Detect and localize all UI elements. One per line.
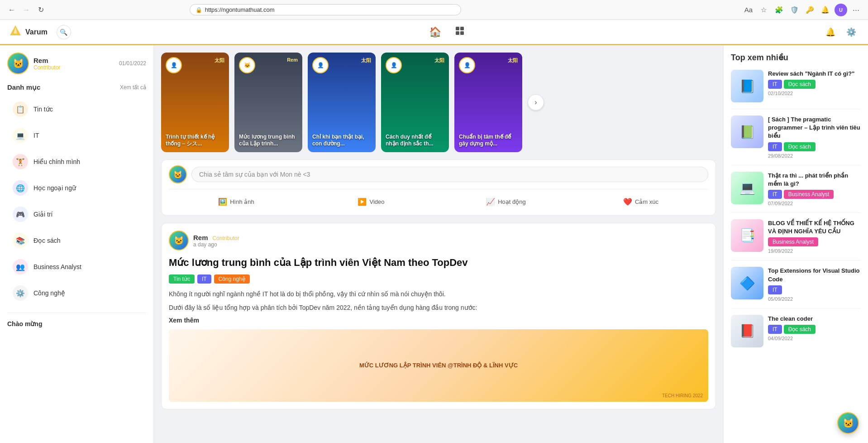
image-icon: 🖼️ bbox=[218, 197, 227, 206]
favorites-button[interactable]: ☆ bbox=[758, 4, 770, 16]
sidebar-section-title: Danh mục Xem tất cả bbox=[7, 83, 146, 91]
sidebar-item-hoc-ngoai-ngu[interactable]: 🌐 Học ngoại ngữ bbox=[7, 176, 146, 200]
sidebar-item-doc-sach[interactable]: 📚 Đọc sách bbox=[7, 228, 146, 253]
story-card-4[interactable]: 👤 太阳 Cách duy nhất để nhận định sắc th..… bbox=[381, 53, 449, 152]
story-title-4: Cách duy nhất để nhận định sắc th... bbox=[386, 134, 444, 148]
back-button[interactable]: ← bbox=[5, 4, 18, 16]
article-title-3[interactable]: Thật ra thì ... phát triển phần mềm là g… bbox=[768, 172, 861, 188]
article-info-4: BLOG VỀ THIẾT KẾ HỆ THỐNG VÀ ĐỊNH NGHĨA … bbox=[768, 219, 861, 254]
post-excerpt-2: Dưới đây là số liệu tổng hợp và phân tíc… bbox=[169, 303, 708, 313]
top-article-1: 📘 Review sách "Ngành IT có gì?" IT Đọc s… bbox=[731, 70, 861, 109]
address-bar[interactable]: 🔒 https://ngontumathuat.com bbox=[190, 4, 461, 15]
article-info-1: Review sách "Ngành IT có gì?" IT Đọc sác… bbox=[768, 70, 861, 102]
password-button[interactable]: 🔑 bbox=[804, 4, 816, 16]
grid-nav-icon[interactable] bbox=[455, 26, 465, 38]
article-tag-it-1[interactable]: IT bbox=[768, 80, 782, 89]
composer-activity-label: Hoạt động bbox=[498, 198, 526, 205]
sidebar-item-it[interactable]: 💻 IT bbox=[7, 123, 146, 148]
composer-video-action[interactable]: ▶️ Video bbox=[304, 194, 439, 210]
tag-cong-nghe[interactable]: Công nghệ bbox=[214, 274, 250, 284]
story-title-1: Trình tự thiết kế hệ thống – シス... bbox=[166, 134, 224, 148]
profile-avatar[interactable]: 🐱 bbox=[7, 53, 29, 74]
reader-mode-button[interactable]: Aa bbox=[742, 4, 755, 16]
emotion-icon: ❤️ bbox=[623, 197, 632, 206]
sidebar-profile-left: 🐱 Rem Contributor bbox=[7, 53, 60, 74]
story-card-2[interactable]: 🐱 Rem Mức lương trung bình của Lập trình… bbox=[234, 53, 302, 152]
article-tags-1: IT Đọc sách bbox=[768, 80, 861, 89]
article-title-5[interactable]: Top Extensions for Visual Studio Code bbox=[768, 267, 861, 283]
post-title: Mức lương trung bình của Lập trình viên … bbox=[169, 256, 708, 270]
composer-image-action[interactable]: 🖼️ Hình ảnh bbox=[169, 194, 304, 210]
see-all-link[interactable]: Xem tất cả bbox=[120, 84, 146, 91]
activity-icon: 📈 bbox=[486, 197, 495, 206]
adblock-button[interactable]: 🛡️ bbox=[788, 4, 801, 16]
sidebar-item-giai-tri-label: Giải trí bbox=[33, 211, 52, 218]
composer-input[interactable]: Chia sẻ tâm sự của bạn với Mon nè <3 bbox=[191, 167, 708, 182]
article-tag-ba-3[interactable]: Business Analyst bbox=[784, 190, 834, 199]
content-area: 👤 太阳 Trình tự thiết kế hệ thống – シス... … bbox=[154, 45, 723, 443]
post-time: a day ago bbox=[193, 241, 239, 248]
composer-actions: 🖼️ Hình ảnh ▶️ Video 📈 Hoạt động ❤️ Cảm … bbox=[169, 189, 708, 210]
sidebar-item-tin-tuc[interactable]: 📋 Tin tức bbox=[7, 97, 146, 121]
floating-action-button[interactable]: 🐱 bbox=[837, 412, 859, 434]
story-card-5[interactable]: 👤 太阳 Chuẩn bị tâm thế để gây dựng mộ... bbox=[454, 53, 522, 152]
sidebar-item-doc-sach-label: Đọc sách bbox=[33, 237, 61, 244]
article-thumb-6: 📕 bbox=[731, 315, 763, 347]
notifications-button[interactable]: 🔔 bbox=[823, 24, 838, 40]
story-card-1[interactable]: 👤 太阳 Trình tự thiết kế hệ thống – シス... bbox=[161, 53, 229, 152]
article-date-2: 29/08/2022 bbox=[768, 153, 861, 159]
post-image-preview[interactable]: MỨC LƯƠNG LẬP TRÌNH VIÊN @TRÌNH ĐỘ & LĨN… bbox=[169, 329, 708, 402]
search-button[interactable]: 🔍 bbox=[57, 25, 71, 39]
article-tags-5: IT bbox=[768, 285, 861, 294]
profile-avatar[interactable]: U bbox=[835, 4, 847, 16]
story-carousel: 👤 太阳 Trình tự thiết kế hệ thống – シス... … bbox=[161, 53, 716, 152]
profile-name: Rem bbox=[33, 57, 60, 64]
top-article-5: 🔷 Top Extensions for Visual Studio Code … bbox=[731, 267, 861, 308]
article-title-6[interactable]: The clean coder bbox=[768, 315, 861, 323]
article-tag-docsach-2[interactable]: Đọc sách bbox=[784, 142, 816, 151]
article-title-1[interactable]: Review sách "Ngành IT có gì?" bbox=[768, 70, 861, 78]
article-tag-it-5[interactable]: IT bbox=[768, 285, 782, 294]
extensions-button[interactable]: 🧩 bbox=[773, 4, 786, 16]
article-info-2: [ Sách ] The pragmatic programmer – Lập … bbox=[768, 116, 861, 159]
article-tag-docsach-6[interactable]: Đọc sách bbox=[784, 325, 816, 334]
sidebar-item-hoc-ngoai-ngu-label: Học ngoại ngữ bbox=[33, 184, 76, 192]
article-tag-it-3[interactable]: IT bbox=[768, 190, 782, 199]
read-more-link[interactable]: Xem thêm bbox=[169, 317, 708, 324]
sidebar-item-it-label: IT bbox=[33, 132, 39, 139]
sidebar-item-cong-nghe[interactable]: ⚙️ Công nghệ bbox=[7, 281, 146, 305]
refresh-button[interactable]: ↻ bbox=[34, 4, 47, 16]
tag-tin-tuc[interactable]: Tin tức bbox=[169, 274, 195, 284]
settings-button[interactable]: ⚙️ bbox=[844, 24, 859, 40]
sidebar-item-tin-tuc-label: Tin tức bbox=[33, 106, 53, 113]
post-composer: 🐱 Chia sẻ tâm sự của bạn với Mon nè <3 🖼… bbox=[161, 159, 716, 216]
post-author-line: Rem Contributor bbox=[193, 234, 239, 241]
business-analyst-icon: 👥 bbox=[13, 259, 28, 274]
post-author-name: Rem bbox=[193, 234, 208, 241]
article-tag-it-2[interactable]: IT bbox=[768, 142, 782, 151]
home-nav-icon[interactable]: 🏠 bbox=[429, 26, 441, 38]
article-tags-4: Business Analyst bbox=[768, 237, 861, 246]
tag-it[interactable]: IT bbox=[197, 274, 211, 284]
article-date-6: 04/09/2022 bbox=[768, 336, 861, 341]
forward-button[interactable]: → bbox=[20, 4, 33, 16]
story-card-3[interactable]: 👤 太阳 Chỉ khi bạn thật bại, con đường... bbox=[308, 53, 376, 152]
more-button[interactable]: ⋯ bbox=[850, 4, 863, 16]
story-avatar-4: 👤 bbox=[386, 57, 402, 73]
sidebar-item-business-analyst[interactable]: 👥 Business Analyst bbox=[7, 255, 146, 279]
post-author-info: Rem Contributor a day ago bbox=[193, 234, 239, 248]
article-title-4[interactable]: BLOG VỀ THIẾT KẾ HỆ THỐNG VÀ ĐỊNH NGHĨA … bbox=[768, 219, 861, 236]
composer-activity-action[interactable]: 📈 Hoạt động bbox=[439, 194, 573, 210]
sidebar-item-giai-tri[interactable]: 🎮 Giải trí bbox=[7, 202, 146, 226]
sidebar-item-hieu-chinh-minh[interactable]: 🏋️ Hiểu chính mình bbox=[7, 149, 146, 174]
composer-emotion-action[interactable]: ❤️ Cảm xúc bbox=[573, 194, 708, 210]
carousel-next-button[interactable]: › bbox=[528, 94, 544, 111]
post-author-role: Contributor bbox=[212, 235, 239, 241]
collections-button[interactable]: 🔔 bbox=[819, 4, 832, 16]
article-tag-docsach-1[interactable]: Đọc sách bbox=[784, 80, 816, 89]
article-title-2[interactable]: [ Sách ] The pragmatic programmer – Lập … bbox=[768, 116, 861, 140]
article-tag-ba-4[interactable]: Business Analyst bbox=[768, 237, 818, 246]
top-article-3: 💻 Thật ra thì ... phát triển phần mềm là… bbox=[731, 172, 861, 213]
post-tags: Tin tức IT Công nghệ bbox=[169, 274, 708, 284]
article-tag-it-6[interactable]: IT bbox=[768, 325, 782, 334]
